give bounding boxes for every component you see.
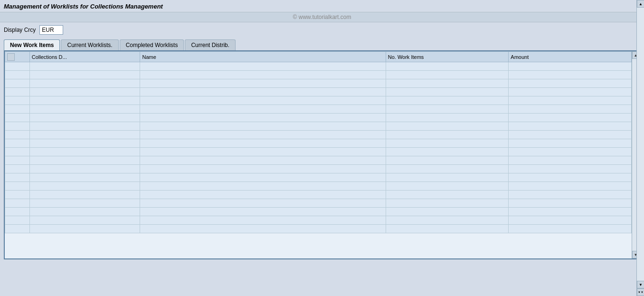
row-amount-cell [509, 62, 632, 71]
row-sel-cell[interactable] [5, 71, 30, 79]
table-row[interactable] [5, 131, 632, 139]
page-scroll-bottom-btn[interactable]: ▼▼ [637, 288, 644, 296]
tab-current-worklists[interactable]: Current Worklists. [61, 39, 118, 50]
row-sel-cell[interactable] [5, 165, 30, 173]
row-work-items-cell [386, 156, 509, 165]
row-sel-cell[interactable] [5, 114, 30, 122]
row-name-cell [140, 105, 386, 114]
row-collections-cell [29, 139, 140, 148]
table-row[interactable] [5, 96, 632, 105]
row-collections-cell [29, 173, 140, 182]
row-work-items-cell [386, 79, 509, 88]
row-amount-cell [509, 156, 632, 165]
row-work-items-cell [386, 88, 509, 96]
row-sel-cell[interactable] [5, 208, 30, 216]
row-amount-cell [509, 148, 632, 156]
row-collections-cell [29, 105, 140, 114]
table-row[interactable] [5, 173, 632, 182]
row-sel-cell[interactable] [5, 96, 30, 105]
row-collections-cell [29, 216, 140, 225]
row-sel-cell[interactable] [5, 122, 30, 131]
row-collections-cell [29, 165, 140, 173]
row-sel-cell[interactable] [5, 148, 30, 156]
row-amount-cell [509, 88, 632, 96]
row-amount-cell [509, 182, 632, 191]
page-scroll-down-btn[interactable]: ▼ [637, 281, 644, 288]
table-row[interactable] [5, 216, 632, 225]
table-row[interactable] [5, 88, 632, 96]
table-row[interactable] [5, 148, 632, 156]
row-sel-cell[interactable] [5, 88, 30, 96]
row-amount-cell [509, 79, 632, 88]
row-name-cell [140, 199, 386, 208]
row-collections-cell [29, 114, 140, 122]
row-work-items-cell [386, 191, 509, 199]
table-row[interactable] [5, 156, 632, 165]
page-scrollbar: ▲ ▼ ▼▼ [636, 0, 644, 296]
row-name-cell [140, 148, 386, 156]
row-collections-cell [29, 131, 140, 139]
col-header-name: Name [140, 52, 386, 62]
row-sel-cell[interactable] [5, 156, 30, 165]
row-sel-cell[interactable] [5, 139, 30, 148]
row-sel-cell[interactable] [5, 182, 30, 191]
row-name-cell [140, 71, 386, 79]
row-name-cell [140, 131, 386, 139]
row-sel-cell[interactable] [5, 62, 30, 71]
row-sel-cell[interactable] [5, 216, 30, 225]
row-name-cell [140, 225, 386, 233]
watermark-text: © www.tutorialkart.com [293, 14, 351, 20]
table-panel: Collections D... Name No. Work Items Amo… [4, 50, 640, 259]
row-work-items-cell [386, 71, 509, 79]
row-collections-cell [29, 62, 140, 71]
row-work-items-cell [386, 96, 509, 105]
row-name-cell [140, 96, 386, 105]
header-button[interactable] [7, 53, 15, 61]
col-header-sel [5, 52, 30, 62]
tab-current-distrib[interactable]: Current Distrib. [185, 39, 236, 50]
page-title: Management of Worklists for Collections … [4, 3, 163, 10]
table-row[interactable] [5, 139, 632, 148]
row-amount-cell [509, 71, 632, 79]
row-sel-cell[interactable] [5, 105, 30, 114]
row-amount-cell [509, 225, 632, 233]
row-name-cell [140, 208, 386, 216]
table-row[interactable] [5, 122, 632, 131]
tab-new-work-items[interactable]: New Work Items [4, 39, 60, 50]
row-sel-cell[interactable] [5, 131, 30, 139]
row-name-cell [140, 114, 386, 122]
row-collections-cell [29, 199, 140, 208]
row-collections-cell [29, 225, 140, 233]
table-row[interactable] [5, 165, 632, 173]
table-row[interactable] [5, 71, 632, 79]
row-work-items-cell [386, 216, 509, 225]
tab-completed-worklists[interactable]: Completed Worklists [120, 39, 184, 50]
row-collections-cell [29, 182, 140, 191]
table-row[interactable] [5, 62, 632, 71]
row-name-cell [140, 139, 386, 148]
row-sel-cell[interactable] [5, 79, 30, 88]
table-row[interactable] [5, 208, 632, 216]
table-row[interactable] [5, 199, 632, 208]
table-row[interactable] [5, 105, 632, 114]
row-amount-cell [509, 173, 632, 182]
row-work-items-cell [386, 148, 509, 156]
data-grid: Collections D... Name No. Work Items Amo… [5, 51, 632, 233]
table-row[interactable] [5, 114, 632, 122]
page-scroll-up-btn[interactable]: ▲ [637, 0, 644, 8]
row-name-cell [140, 191, 386, 199]
page-scroll-track[interactable] [637, 8, 644, 281]
row-work-items-cell [386, 165, 509, 173]
row-name-cell [140, 79, 386, 88]
row-sel-cell[interactable] [5, 225, 30, 233]
row-work-items-cell [386, 62, 509, 71]
row-collections-cell [29, 156, 140, 165]
row-sel-cell[interactable] [5, 173, 30, 182]
table-row[interactable] [5, 225, 632, 233]
table-row[interactable] [5, 79, 632, 88]
row-sel-cell[interactable] [5, 191, 30, 199]
row-sel-cell[interactable] [5, 199, 30, 208]
table-row[interactable] [5, 191, 632, 199]
display-crcy-input[interactable] [39, 25, 63, 35]
table-row[interactable] [5, 182, 632, 191]
